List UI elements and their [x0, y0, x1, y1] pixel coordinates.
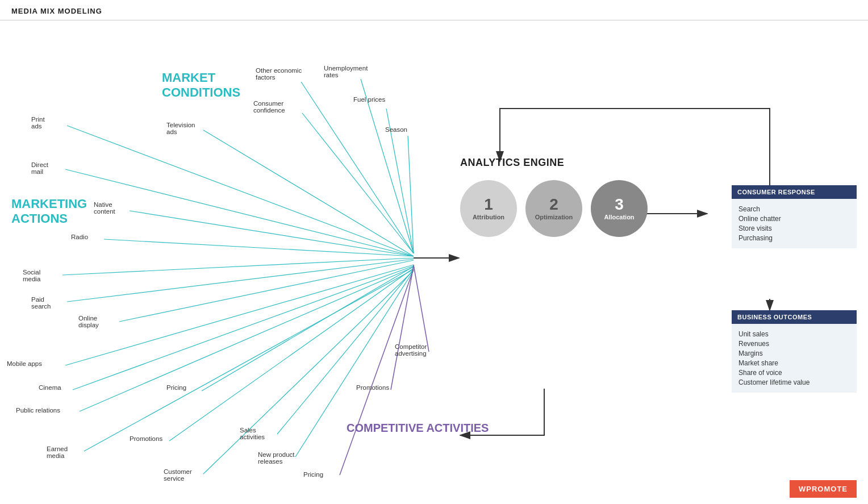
- consumer-response-body: Search Online chatter Store visits Purch…: [732, 199, 857, 248]
- wpromote-badge: WPROMOTE: [790, 480, 857, 498]
- label-social-media: Socialmedia: [23, 269, 40, 282]
- svg-line-4: [65, 169, 414, 256]
- svg-line-9: [119, 260, 414, 322]
- business-outcomes-body: Unit sales Revenues Margins Market share…: [732, 324, 857, 393]
- bo-item-share-voice: Share of voice: [738, 369, 850, 377]
- label-sales-activities: Salesactivities: [240, 427, 265, 440]
- circle-allocation: 3 Allocation: [591, 180, 648, 237]
- svg-line-11: [73, 266, 414, 390]
- svg-line-26: [340, 269, 414, 475]
- svg-line-14: [169, 268, 414, 441]
- label-public-relations: Public relations: [16, 407, 60, 414]
- label-promotions-comp: Promotions: [356, 384, 389, 391]
- label-customer-service: Customerservice: [164, 468, 192, 482]
- cr-item-online-chatter: Online chatter: [738, 215, 850, 223]
- cr-item-purchasing: Purchasing: [738, 234, 850, 242]
- circle-optimization: 2 Optimization: [525, 180, 582, 237]
- bo-item-customer-lifetime: Customer lifetime value: [738, 378, 850, 386]
- label-paid-search: Paidsearch: [31, 296, 51, 310]
- svg-line-5: [130, 211, 414, 256]
- cr-item-search: Search: [738, 205, 850, 213]
- bo-item-revenues: Revenues: [738, 340, 850, 348]
- business-outcomes-box: BUSINESS OUTCOMES Unit sales Revenues Ma…: [732, 310, 857, 393]
- label-native-content: Nativecontent: [94, 201, 115, 215]
- label-pricing-mktg: Pricing: [166, 384, 186, 391]
- label-radio: Radio: [71, 234, 88, 240]
- label-mobile-apps: Mobile apps: [7, 360, 42, 367]
- svg-line-15: [202, 266, 414, 391]
- analytics-section: ANALYTICS ENGINE 1 Attribution 2 Optimiz…: [460, 157, 648, 237]
- label-consumer-confidence: Consumerconfidence: [253, 100, 285, 114]
- label-pricing-comp: Pricing: [303, 471, 323, 478]
- business-outcomes-header: BUSINESS OUTCOMES: [732, 310, 857, 324]
- market-conditions-label: MARKET CONDITIONS: [162, 70, 240, 101]
- svg-line-24: [414, 265, 429, 352]
- label-earned-media: Earnedmedia: [47, 445, 68, 459]
- label-competitor-advertising: Competitoradvertising: [395, 343, 427, 357]
- svg-line-25: [391, 266, 414, 390]
- svg-line-23: [408, 136, 414, 253]
- label-online-display: Onlinedisplay: [78, 315, 99, 328]
- bo-item-market-share: Market share: [738, 359, 850, 367]
- label-promotions-mktg: Promotions: [130, 435, 162, 442]
- label-unemployment: Unemploymentrates: [324, 65, 368, 78]
- label-direct-mail: Directmail: [31, 161, 48, 175]
- svg-line-19: [301, 82, 414, 253]
- svg-line-7: [62, 258, 414, 275]
- label-other-economic: Other economicfactors: [256, 67, 302, 81]
- main-content: MARKETING ACTIONS MARKET CONDITIONS COMP…: [0, 20, 868, 504]
- label-fuel-prices: Fuel prices: [353, 96, 385, 103]
- page-title: MEDIA MIX MODELING: [0, 0, 868, 20]
- circle-attribution: 1 Attribution: [460, 180, 517, 237]
- svg-line-17: [277, 269, 414, 434]
- label-cinema: Cinema: [39, 384, 61, 391]
- label-tv-ads: Televisionads: [166, 122, 195, 135]
- analytics-title: ANALYTICS ENGINE: [460, 157, 648, 169]
- svg-line-16: [203, 270, 414, 474]
- label-print-ads: Printads: [31, 116, 45, 130]
- consumer-response-box: CONSUMER RESPONSE Search Online chatter …: [732, 185, 857, 248]
- label-season: Season: [385, 126, 407, 133]
- svg-line-8: [67, 259, 414, 302]
- bo-item-unit-sales: Unit sales: [738, 330, 850, 338]
- label-new-product-releases: New productreleases: [258, 451, 295, 465]
- marketing-actions-label: MARKETING ACTIONS: [11, 197, 87, 227]
- svg-line-10: [65, 265, 414, 365]
- consumer-response-header: CONSUMER RESPONSE: [732, 185, 857, 199]
- cr-item-store-visits: Store visits: [738, 224, 850, 232]
- svg-line-2: [67, 126, 414, 256]
- bo-item-margins: Margins: [738, 349, 850, 357]
- competitive-activities-label: COMPETITIVE ACTIVITIES: [347, 421, 489, 435]
- svg-line-20: [361, 79, 414, 253]
- svg-line-6: [104, 239, 414, 256]
- circles-row: 1 Attribution 2 Optimization 3 Allocatio…: [460, 180, 648, 237]
